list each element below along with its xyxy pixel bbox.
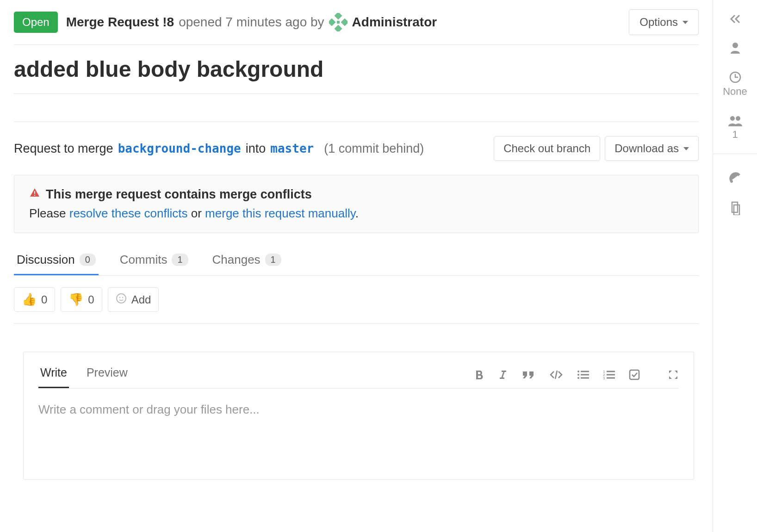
comment-tab-preview[interactable]: Preview <box>85 361 130 388</box>
into-text: into <box>246 142 266 156</box>
milestone-widget[interactable]: None <box>723 71 747 98</box>
commits-behind-text: (1 commit behind) <box>324 142 424 156</box>
mr-id-label: Merge Request !8 <box>66 15 174 30</box>
tab-discussion-count: 0 <box>80 254 96 266</box>
svg-text:3: 3 <box>603 376 605 380</box>
source-branch-link[interactable]: background-change <box>118 142 241 155</box>
svg-rect-1 <box>329 19 335 26</box>
quote-icon[interactable] <box>521 369 535 380</box>
page-title: added blue body background <box>14 56 699 82</box>
caret-down-icon <box>683 147 689 150</box>
svg-rect-3 <box>334 25 342 31</box>
svg-point-14 <box>577 377 579 379</box>
svg-point-8 <box>119 297 120 298</box>
svg-rect-19 <box>607 374 615 376</box>
svg-rect-15 <box>581 377 589 379</box>
smiley-icon <box>116 293 127 307</box>
fullscreen-icon[interactable] <box>668 369 679 380</box>
thumbs-down-button[interactable]: 👎 0 <box>61 287 102 312</box>
add-reaction-button[interactable]: Add <box>108 287 159 312</box>
bullet-list-icon[interactable] <box>577 370 589 380</box>
assignee-icon[interactable] <box>730 42 741 54</box>
target-branch-link[interactable]: master <box>270 142 314 155</box>
thumbs-down-count: 0 <box>88 293 94 306</box>
thumbs-up-icon: 👍 <box>22 292 37 307</box>
status-badge: Open <box>14 12 58 33</box>
svg-point-12 <box>577 374 579 376</box>
warning-icon <box>29 187 40 202</box>
comment-tab-write[interactable]: Write <box>38 361 69 388</box>
collapse-sidebar-button[interactable] <box>729 14 741 24</box>
comment-textarea[interactable] <box>38 389 679 477</box>
comment-box: Write Preview 123 <box>23 352 694 480</box>
thumbs-up-button[interactable]: 👍 0 <box>14 287 55 312</box>
tab-changes-label: Changes <box>212 253 261 267</box>
conflict-title: This merge request contains merge confli… <box>46 187 312 202</box>
bold-icon[interactable] <box>474 369 484 380</box>
svg-rect-11 <box>581 371 589 372</box>
svg-rect-22 <box>630 370 639 379</box>
svg-point-23 <box>732 43 738 48</box>
tab-commits-label: Commits <box>120 253 168 267</box>
svg-rect-4 <box>337 21 340 24</box>
task-list-icon[interactable] <box>629 369 640 380</box>
svg-point-27 <box>730 180 733 183</box>
download-as-label: Download as <box>614 142 679 155</box>
svg-rect-6 <box>34 195 35 196</box>
checkout-branch-button[interactable]: Check out branch <box>494 136 600 161</box>
merge-manually-link[interactable]: merge this request manually <box>205 206 355 220</box>
svg-rect-21 <box>607 377 615 379</box>
merge-prefix: Request to merge <box>14 142 113 156</box>
svg-rect-5 <box>34 191 35 194</box>
author-link[interactable]: Administrator <box>352 15 437 30</box>
svg-point-7 <box>117 294 126 303</box>
participants-widget[interactable]: 1 <box>727 115 743 141</box>
svg-rect-0 <box>334 13 342 19</box>
svg-point-25 <box>730 116 735 121</box>
conflict-warning-panel: This merge request contains merge confli… <box>14 175 699 233</box>
options-button[interactable]: Options <box>629 9 699 35</box>
tab-changes-count: 1 <box>265 254 281 266</box>
participants-count: 1 <box>732 129 738 141</box>
notifications-icon[interactable] <box>729 172 741 184</box>
numbered-list-icon[interactable]: 123 <box>603 370 615 380</box>
conflict-please: Please <box>29 206 69 220</box>
resolve-conflicts-link[interactable]: resolve these conflicts <box>69 206 188 220</box>
conflict-or: or <box>188 206 205 220</box>
italic-icon[interactable] <box>498 369 508 380</box>
conflict-tail: . <box>355 206 359 220</box>
tab-changes[interactable]: Changes 1 <box>210 247 284 275</box>
svg-point-10 <box>577 371 579 372</box>
tab-discussion[interactable]: Discussion 0 <box>14 247 99 275</box>
reference-icon[interactable] <box>729 201 741 215</box>
header-meta: Merge Request !8 opened 7 minutes ago by… <box>66 13 621 31</box>
thumbs-down-icon: 👎 <box>68 292 83 307</box>
options-label: Options <box>639 16 678 29</box>
code-icon[interactable] <box>549 370 563 380</box>
tab-commits-count: 1 <box>172 254 188 266</box>
svg-rect-17 <box>607 371 615 372</box>
svg-point-26 <box>736 116 740 121</box>
milestone-none-label: None <box>723 86 747 98</box>
svg-point-9 <box>122 297 123 298</box>
avatar-icon <box>329 13 347 31</box>
thumbs-up-count: 0 <box>41 293 47 306</box>
tab-commits[interactable]: Commits 1 <box>117 247 191 275</box>
add-reaction-label: Add <box>131 293 151 306</box>
svg-rect-2 <box>341 19 347 26</box>
svg-rect-13 <box>581 374 589 376</box>
opened-ago-text: opened 7 minutes ago by <box>179 15 324 30</box>
caret-down-icon <box>683 21 688 24</box>
tab-discussion-label: Discussion <box>17 253 75 267</box>
checkout-branch-label: Check out branch <box>503 142 590 155</box>
download-as-button[interactable]: Download as <box>605 136 699 161</box>
